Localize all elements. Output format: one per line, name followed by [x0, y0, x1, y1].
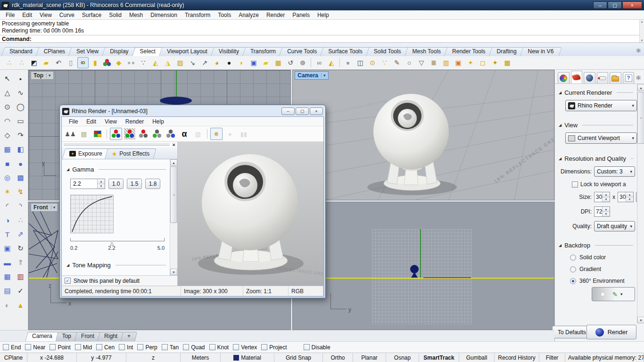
select-previous-icon[interactable]: ▰ — [41, 57, 52, 68]
dialog-menu-help[interactable]: Help — [148, 118, 168, 125]
blend-icon[interactable]: ◑ — [1, 213, 14, 227]
dimensions-dropdown[interactable]: Custom: 3 ▾ — [594, 166, 635, 177]
menu-solid[interactable]: Solid — [105, 11, 125, 19]
torus-icon[interactable]: ◎ — [1, 171, 14, 185]
collapse-icon[interactable]: ◢ — [559, 123, 561, 127]
osnap-quad[interactable]: Quad — [183, 344, 205, 351]
osnap-knot[interactable]: Knot — [209, 344, 229, 351]
fence-icon[interactable]: ≣ — [428, 57, 439, 68]
material-drops-icon[interactable]: ∵ — [379, 57, 390, 68]
array-icon[interactable]: ▦ — [1, 270, 14, 284]
render-button[interactable]: Render — [586, 325, 636, 339]
circle-icon[interactable]: ⊙ — [1, 100, 14, 114]
select-solids-icon[interactable]: ◭ — [150, 57, 161, 68]
gamma-preset-1.0[interactable]: 1.0 — [108, 179, 124, 189]
highlight-box-icon[interactable]: ▣ — [453, 57, 464, 68]
osnap-int[interactable]: Int — [119, 344, 133, 351]
gear-icon[interactable]: ✱ — [636, 74, 641, 83]
solid-tools-icon[interactable]: ▬ — [1, 255, 14, 270]
menu-dimension[interactable]: Dimension — [147, 11, 181, 19]
to-defaults-button[interactable]: To Defaults — [552, 326, 592, 338]
toolbar-tab-set-view[interactable]: Set View — [70, 47, 105, 56]
toolbar-tab-display[interactable]: Display — [103, 47, 135, 56]
viewport-front-label[interactable]: Front▾ — [31, 203, 58, 212]
locked-box-icon[interactable]: ▩ — [502, 57, 513, 68]
environment-tab-icon[interactable] — [584, 72, 595, 83]
osnap-cen[interactable]: Cen — [96, 344, 115, 351]
quality-dropdown[interactable]: Draft quality ▾ — [594, 221, 635, 231]
select-color-icon[interactable] — [102, 58, 112, 67]
toolbar-tab-render-tools[interactable]: Render Tools — [446, 47, 492, 56]
add-viewport-tab[interactable]: + — [122, 332, 136, 341]
dialog-maximize-button[interactable]: ▢ — [296, 107, 309, 115]
osnap-near[interactable]: Near — [25, 344, 45, 351]
osnap-point[interactable]: Point — [50, 344, 70, 351]
toolbar-tab-cplanes[interactable]: CPlanes — [37, 47, 72, 56]
status-ortho[interactable]: Ortho — [323, 353, 353, 362]
texture-tab-icon[interactable] — [597, 72, 609, 83]
status-record-history[interactable]: Record History — [495, 353, 539, 362]
select-small-objects-icon[interactable]: ∘∘ — [125, 57, 137, 68]
array-cut-icon[interactable]: ▥ — [14, 270, 27, 284]
curve-icon[interactable]: ∿ — [14, 86, 27, 100]
select-open-surface-icon[interactable]: ◗ — [236, 57, 247, 68]
menu-surface[interactable]: Surface — [78, 11, 105, 19]
toolbar-tab-new-in-v6[interactable]: New in V6 — [521, 47, 561, 56]
undo-selection-icon[interactable]: ↶ — [53, 57, 64, 68]
scroll-up-icon[interactable]: ▲ — [637, 84, 644, 91]
section-view[interactable]: ◢ View — [559, 122, 635, 129]
rotate-icon[interactable]: ↻ — [14, 241, 27, 255]
save-render-icon[interactable]: ▤ — [78, 128, 90, 140]
backdrop-option-solid-color[interactable]: Solid color — [570, 254, 635, 261]
minimize-button[interactable]: – — [593, 1, 607, 9]
status-gumball[interactable]: Gumball — [459, 353, 495, 362]
edit-pencil-icon[interactable]: ✎ — [612, 291, 618, 298]
toolbar-tab-visibility[interactable]: Visibility — [212, 47, 246, 56]
menu-view[interactable]: View — [36, 11, 56, 19]
menu-curve[interactable]: Curve — [56, 11, 78, 19]
menu-mesh[interactable]: Mesh — [125, 11, 147, 19]
lock-viewport-checkbox[interactable] — [572, 181, 578, 188]
gamma-slider[interactable]: △ 0.2 2.2 5.0 — [70, 237, 165, 251]
section-current-renderer[interactable]: ◢ Current Renderer — [559, 89, 635, 96]
section-tone-mapping[interactable]: ◢ Tone Mapping — [66, 262, 168, 269]
osnap-vertex[interactable]: Vertex — [233, 344, 257, 351]
panel-scrollbar[interactable]: ▲ ≡ ▼ — [637, 84, 644, 323]
trim-icon[interactable]: ◜ — [1, 199, 14, 213]
osnap-end[interactable]: End — [3, 344, 21, 351]
checkbox-icon[interactable] — [25, 344, 31, 350]
select-hatch-icon[interactable]: ▨ — [174, 57, 186, 68]
depth-channel-icon[interactable]: ▧ — [192, 128, 204, 140]
select-crossing-icon[interactable]: ↘ — [187, 57, 198, 68]
checkbox-icon[interactable] — [96, 344, 102, 350]
blue-channel-icon[interactable] — [165, 128, 177, 140]
copy-render-icon[interactable] — [91, 128, 104, 140]
pointer-icon[interactable]: ↖ — [1, 72, 14, 86]
osnap-tan[interactable]: Tan — [162, 344, 179, 351]
toolbar-tab-surface-tools[interactable]: Surface Tools — [322, 47, 369, 56]
dialog-title-bar[interactable]: Rhino Render - [Unnamed-03] – ▢ × — [61, 106, 324, 116]
gear-icon[interactable]: ✱ — [636, 47, 641, 54]
backdrop-option-360-environment[interactable]: 360° Environment — [570, 278, 635, 284]
chevron-down-icon[interactable]: ▾ — [321, 73, 326, 78]
size-height-stepper[interactable]: 30 ▲▼ — [618, 192, 634, 202]
gamma-preset-1.8[interactable]: 1.8 — [145, 179, 160, 189]
menu-panels[interactable]: Panels — [289, 11, 314, 19]
tab-post-effects[interactable]: ★Post Effects — [106, 148, 155, 159]
boolean-icon[interactable]: ◐ — [1, 298, 14, 312]
rhino-render-dialog[interactable]: Rhino Render - [Unnamed-03] – ▢ × FileEd… — [59, 105, 326, 298]
select-flag-icon[interactable]: ◮ — [162, 57, 173, 68]
filter-funnel-icon[interactable]: ▽ — [416, 57, 427, 68]
viewport-camera[interactable]: Camera▾ 18% REFLECT — [292, 70, 554, 200]
viewport-right[interactable]: Right▾ y — [292, 202, 554, 330]
scroll-up-icon[interactable]: ▲ — [170, 159, 177, 166]
group-icon[interactable]: ∴ — [14, 213, 27, 227]
explode-icon[interactable]: ✶ — [1, 185, 14, 199]
dialog-menu-view[interactable]: View — [100, 118, 121, 125]
select-dots-icon[interactable]: ∵ — [138, 57, 149, 68]
osnap-perp[interactable]: Perp — [137, 344, 157, 351]
chevron-down-icon[interactable]: ▾ — [51, 205, 56, 210]
command-prompt[interactable]: Command: — [0, 35, 644, 43]
close-button[interactable]: × — [622, 1, 642, 9]
magnifier-icon[interactable]: ○ — [404, 57, 415, 68]
